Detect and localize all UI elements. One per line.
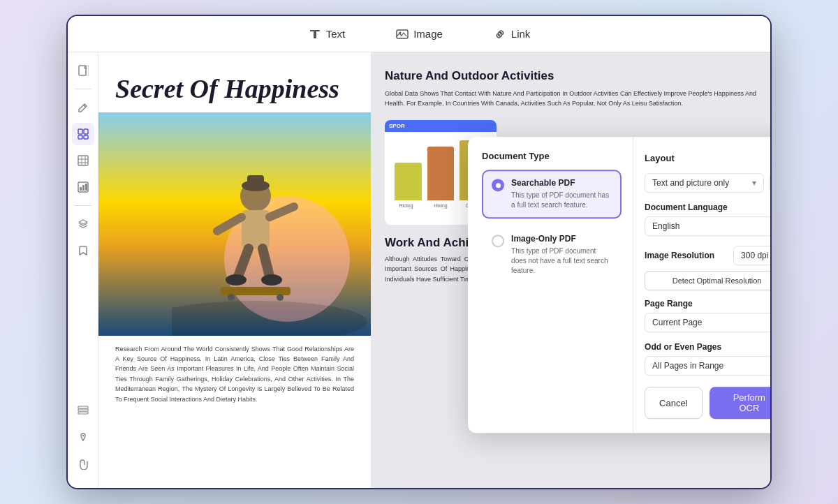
nature-heading: Nature And Outdoor Activities xyxy=(385,69,756,83)
layout-select-row: Text and picture only xyxy=(645,173,770,193)
odd-even-select[interactable]: All Pages in Range xyxy=(645,356,770,376)
layout-title: Layout xyxy=(645,153,675,163)
cancel-button[interactable]: Cancel xyxy=(645,387,702,419)
svg-rect-21 xyxy=(78,412,88,414)
searchable-pdf-option[interactable]: Searchable PDF This type of PDF document… xyxy=(482,170,622,218)
page-range-select-row: Current Page xyxy=(645,313,770,332)
text-icon xyxy=(308,27,322,41)
svg-rect-20 xyxy=(78,409,88,411)
svg-rect-27 xyxy=(247,175,264,188)
searchable-pdf-radio[interactable] xyxy=(492,179,504,191)
sidebar-separator-1 xyxy=(75,89,91,89)
image-only-pdf-option[interactable]: Image-Only PDF This type of PDF document… xyxy=(482,225,622,284)
layout-select-chevron xyxy=(752,178,756,188)
image-only-pdf-name: Image-Only PDF xyxy=(511,234,612,244)
chart-label-riding: Riding xyxy=(392,203,420,208)
dialog-divider xyxy=(633,137,633,433)
ocr-dialog: Document Type Searchable PDF This type o… xyxy=(468,137,770,433)
sidebar-icon-table[interactable] xyxy=(72,149,94,172)
svg-rect-18 xyxy=(82,185,84,191)
resolution-value: 300 dpi xyxy=(741,251,768,260)
language-option-text: English xyxy=(652,221,679,231)
page-range-value: Current Page xyxy=(652,318,702,327)
text-tool-label: Text xyxy=(326,28,346,40)
toolbar: Text Image Link xyxy=(68,16,770,52)
text-tool[interactable]: Text xyxy=(300,23,354,45)
searchable-pdf-content: Searchable PDF This type of PDF document… xyxy=(511,178,612,210)
link-tool-label: Link xyxy=(511,28,531,40)
page-range-select[interactable]: Current Page xyxy=(645,313,770,332)
document-type-panel: Document Type Searchable PDF This type o… xyxy=(482,151,622,419)
odd-even-label: Odd or Even Pages xyxy=(645,342,770,352)
detect-resolution-button[interactable]: Detect Optimal Resolution xyxy=(645,271,770,290)
sidebar-icon-edit[interactable] xyxy=(72,96,94,119)
svg-rect-10 xyxy=(84,135,88,139)
sidebar-icon-document[interactable] xyxy=(72,59,94,82)
document-viewer: Secret Of Happiness xyxy=(98,52,770,488)
doc-type-title: Document Type xyxy=(482,151,622,161)
sidebar-icon-bookmark[interactable] xyxy=(72,239,94,262)
svg-rect-8 xyxy=(84,129,88,134)
main-content: Secret Of Happiness xyxy=(68,52,770,488)
image-tool-label: Image xyxy=(413,28,443,40)
image-only-pdf-content: Image-Only PDF This type of PDF document… xyxy=(511,234,612,276)
svg-rect-19 xyxy=(85,184,87,191)
nature-text: Global Data Shows That Contact With Natu… xyxy=(385,89,756,109)
language-select[interactable]: English xyxy=(645,216,770,236)
sidebar-icon-clip[interactable] xyxy=(72,453,94,475)
svg-line-31 xyxy=(238,249,249,276)
doc-language-label: Document Language xyxy=(645,202,770,212)
sidebar-separator-2 xyxy=(75,205,91,206)
svg-line-32 xyxy=(263,249,270,276)
searchable-pdf-name: Searchable PDF xyxy=(511,178,612,188)
image-icon xyxy=(395,27,409,41)
svg-rect-11 xyxy=(78,156,88,165)
odd-even-value: All Pages in Range xyxy=(652,361,723,371)
sidebar xyxy=(68,52,98,488)
svg-line-29 xyxy=(217,217,242,231)
image-only-pdf-radio[interactable] xyxy=(492,235,504,247)
sidebar-icon-stack[interactable] xyxy=(72,400,94,422)
svg-point-33 xyxy=(226,274,247,286)
svg-rect-6 xyxy=(86,66,89,75)
svg-point-24 xyxy=(172,301,367,336)
skater-image xyxy=(98,112,371,336)
app-window: Text Image Link xyxy=(66,15,772,489)
layout-panel: Layout ? Text and picture only xyxy=(645,151,770,419)
svg-point-23 xyxy=(82,435,83,436)
image-only-pdf-desc: This type of PDF document does not have … xyxy=(511,246,612,276)
perform-ocr-button[interactable]: Perform OCR xyxy=(710,387,770,419)
link-icon xyxy=(493,27,507,41)
sidebar-icon-pin[interactable] xyxy=(72,427,94,449)
odd-even-select-row: All Pages in Range xyxy=(645,356,770,376)
language-select-row: English xyxy=(645,216,770,236)
svg-rect-7 xyxy=(78,129,82,134)
resolution-row: Image Resolution 300 dpi xyxy=(645,246,770,265)
page-range-label: Page Range xyxy=(645,299,770,309)
page-title: Secret Of Happiness xyxy=(98,52,371,112)
image-tool[interactable]: Image xyxy=(387,23,451,45)
svg-rect-22 xyxy=(78,406,88,408)
sidebar-icon-layers[interactable] xyxy=(72,213,94,235)
chart-header: SPOR xyxy=(385,120,497,132)
searchable-pdf-desc: This type of PDF document has a full tex… xyxy=(511,191,612,210)
svg-rect-9 xyxy=(78,135,82,139)
resolution-select[interactable]: 300 dpi xyxy=(733,246,770,265)
sidebar-icon-chart[interactable] xyxy=(72,176,94,198)
layout-option-text: Text and picture only xyxy=(652,178,729,188)
layout-select[interactable]: Text and picture only xyxy=(645,173,764,193)
svg-rect-17 xyxy=(80,187,82,191)
svg-rect-28 xyxy=(242,210,270,249)
gear-button[interactable] xyxy=(770,173,770,193)
layout-header: Layout ? xyxy=(645,151,770,165)
svg-rect-2 xyxy=(310,30,320,31)
chart-bar-riding xyxy=(395,163,422,200)
svg-rect-1 xyxy=(314,31,316,38)
chart-label-hiking: Hiking xyxy=(426,203,455,208)
link-tool[interactable]: Link xyxy=(485,23,539,45)
svg-line-30 xyxy=(270,207,294,217)
radio-inner xyxy=(496,183,501,188)
svg-point-34 xyxy=(261,274,282,286)
dialog-footer: Cancel Perform OCR xyxy=(645,387,770,419)
sidebar-icon-pages[interactable] xyxy=(72,123,94,145)
